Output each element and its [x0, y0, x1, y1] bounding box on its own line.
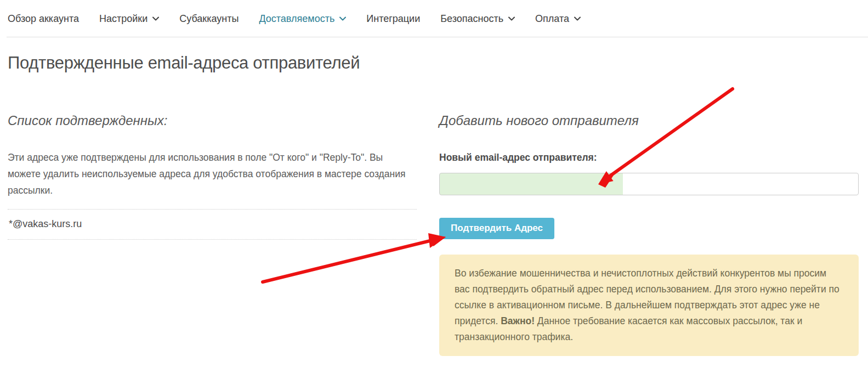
add-sender-heading: Добавить нового отправителя [439, 113, 859, 128]
confirmed-addresses-list: *@vakas-kurs.ru [8, 209, 417, 240]
nav-item-integrations[interactable]: Интеграции [366, 13, 420, 25]
nav-item-subaccounts[interactable]: Субаккаунты [179, 13, 239, 25]
chevron-down-icon [508, 16, 515, 21]
nav-item-label: Настройки [99, 13, 147, 25]
page-title: Подтвержденные email-адреса отправителей [8, 53, 360, 73]
nav-item-label: Интеграции [366, 13, 420, 25]
add-sender-section: Добавить нового отправителя Новый email-… [439, 113, 859, 356]
nav-item-label: Субаккаунты [179, 13, 239, 25]
new-email-label: Новый email-адрес отправителя: [439, 152, 859, 163]
confirm-address-button[interactable]: Подтвердить Адрес [439, 218, 554, 239]
new-email-input[interactable] [439, 173, 859, 195]
nav-item-payment[interactable]: Оплата [535, 13, 581, 25]
nav-item-account-overview[interactable]: Обзор аккаунта [8, 13, 79, 25]
nav-item-deliverability[interactable]: Доставляемость [259, 13, 346, 25]
confirmed-list-heading: Список подтвержденных: [8, 113, 417, 128]
confirmed-list-description: Эти адреса уже подтверждены для использо… [8, 149, 417, 199]
nav-item-label: Доставляемость [259, 13, 334, 25]
chevron-down-icon [152, 16, 159, 21]
confirmed-address-item: *@vakas-kurs.ru [8, 209, 417, 240]
confirmation-warning-box: Во избежание мошенничества и нечистоплот… [439, 255, 859, 356]
chevron-down-icon [339, 16, 346, 21]
annotation-arrow-to-confirm-button [263, 233, 446, 282]
sender-addresses-page: { "nav": { "items": [ { "label": "Обзор … [0, 0, 868, 367]
nav-item-label: Обзор аккаунта [8, 13, 79, 25]
chevron-down-icon [574, 16, 581, 21]
account-top-nav: Обзор аккаунта Настройки Субаккаунты Дос… [0, 0, 868, 37]
nav-item-label: Безопасность [440, 13, 503, 25]
nav-item-label: Оплата [535, 13, 569, 25]
nav-item-security[interactable]: Безопасность [440, 13, 515, 25]
confirmed-senders-section: Список подтвержденных: Эти адреса уже по… [8, 113, 417, 240]
warning-important-word: Важно! [501, 315, 535, 326]
nav-item-settings[interactable]: Настройки [99, 13, 159, 25]
